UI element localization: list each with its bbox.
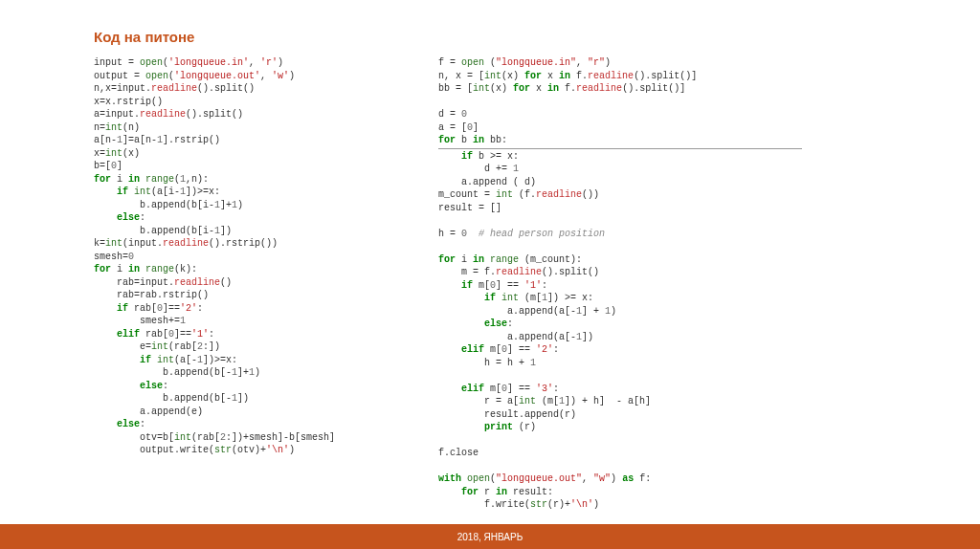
t: ]) [220, 226, 232, 236]
t: , [582, 473, 593, 484]
t: "longqueue.out" [496, 473, 582, 484]
t: ] [117, 161, 122, 171]
t: x [530, 83, 547, 94]
t: 'r' [260, 57, 278, 68]
t: x=x.rstrip() [94, 97, 163, 107]
t: b.append(b[- [94, 367, 232, 378]
t: int [501, 293, 519, 303]
t: bb = [ [438, 83, 473, 94]
footer-text: 2018, ЯНВАРЬ [457, 532, 523, 542]
t: for [438, 135, 456, 145]
t: m = f. [438, 267, 496, 277]
t: readline [151, 83, 197, 94]
t: (x) [122, 148, 140, 159]
t: m[ [473, 280, 490, 291]
t: ]+ [220, 200, 232, 210]
t: ) [289, 71, 295, 81]
t [438, 215, 444, 226]
t: rab=input. [94, 277, 174, 288]
t: if [438, 280, 473, 291]
t: b [456, 135, 473, 145]
t: x [542, 71, 559, 81]
divider-line [438, 148, 802, 149]
t: for [94, 174, 111, 185]
t: ().split() [542, 267, 599, 277]
t: result.append(r) [438, 409, 576, 420]
t: int [484, 71, 501, 81]
t: m[ [484, 384, 501, 394]
t: ]== [163, 303, 180, 314]
t: ].rstrip() [163, 135, 220, 145]
t: h = h + [438, 358, 530, 368]
t: in [473, 135, 484, 145]
t: ) [611, 306, 616, 317]
t: '1' [524, 280, 542, 291]
t: i [111, 174, 128, 185]
t: "w" [593, 473, 611, 484]
t: open [467, 473, 490, 484]
t: ( [484, 57, 496, 68]
t: rab[ [128, 303, 157, 314]
t: int [157, 355, 174, 365]
t: int [496, 189, 513, 200]
t: (r) [513, 422, 536, 432]
t: ().split()] [634, 71, 697, 81]
t: 0 [128, 252, 134, 262]
t: str [214, 445, 232, 455]
t: h = [438, 229, 461, 239]
t: n, x = [ [438, 71, 484, 81]
t: : [163, 381, 168, 391]
t: ()) [582, 189, 599, 200]
t: : [507, 318, 513, 329]
t: e= [94, 341, 151, 352]
t [438, 435, 444, 446]
t: in [473, 254, 484, 265]
t: f.write( [438, 499, 530, 510]
t: (rab[ [191, 432, 220, 443]
t: for [438, 254, 456, 265]
t [438, 461, 444, 472]
t: output.write( [94, 445, 214, 455]
t: ) [255, 367, 260, 378]
t: b=[ [94, 161, 111, 171]
t: ) [237, 200, 243, 210]
t: m_count = [438, 189, 496, 200]
t: ] == [507, 344, 536, 355]
t: 0 [461, 109, 467, 120]
t: , [260, 71, 272, 81]
t: i [456, 254, 473, 265]
footer-bar: 2018, ЯНВАРЬ [0, 524, 980, 549]
t: int [151, 341, 168, 352]
t: int [105, 238, 122, 249]
code-left: input = open('longqueue.in', 'r') output… [94, 56, 410, 512]
t: readline [576, 83, 622, 94]
t: bb: [484, 135, 507, 145]
t: (x) [490, 83, 513, 94]
t: a[n- [94, 135, 117, 145]
t: (rab[ [168, 341, 197, 352]
t: else [94, 212, 140, 223]
t: r = a[ [438, 396, 519, 406]
t: ]) >= x: [547, 293, 593, 303]
t: readline [588, 71, 634, 81]
t: (x) [501, 71, 524, 81]
t: 'w' [272, 71, 289, 81]
t: if [94, 355, 151, 365]
t: ().rstrip()) [209, 238, 278, 249]
t: # head person position [479, 229, 605, 239]
t: in [547, 83, 559, 94]
t: (r)+ [547, 499, 570, 510]
t: for [513, 83, 530, 94]
t: k= [94, 238, 105, 249]
t: 'longqueue.in' [168, 57, 249, 68]
t: readline [140, 109, 186, 120]
content-area: Код на питоне input = open('longqueue.in… [0, 0, 980, 524]
t: ().split() [197, 83, 255, 94]
t: ] == [507, 384, 536, 394]
t: in [559, 71, 570, 81]
t [467, 229, 479, 239]
t: ]== [174, 329, 191, 340]
t: for [94, 264, 111, 274]
t: int [519, 396, 536, 406]
t: a=input. [94, 109, 140, 120]
